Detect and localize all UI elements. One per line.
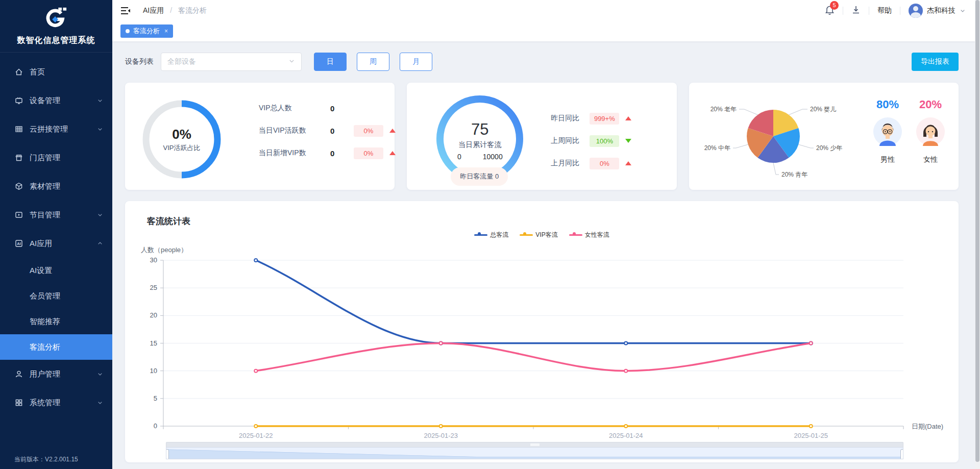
svg-text:20% 婴儿: 20% 婴儿 <box>810 106 836 113</box>
sidebar-item-users[interactable]: 用户管理 <box>0 360 112 388</box>
chevron-down-icon <box>97 211 103 219</box>
female-percent: 20% <box>919 98 942 111</box>
sidebar-item-materials[interactable]: 素材管理 <box>0 172 112 201</box>
trend-up-icon <box>625 116 631 120</box>
stat-cards: 0% VIP活跃占比 VIP总人数 0 当日VIP活跃数 0 0% <box>125 83 959 190</box>
chevron-down-icon <box>288 57 295 66</box>
sidebar-item-programs[interactable]: 节目管理 <box>0 201 112 229</box>
collapse-sidebar-icon[interactable] <box>120 6 131 15</box>
company-name: 杰和科技 <box>927 6 955 15</box>
age-pie-chart: 20% 婴儿 20% 老年 20% 中年 20% 少年 20% 青年 <box>689 83 863 190</box>
vertical-scrollbar[interactable] <box>975 0 980 469</box>
datazoom-right-handle[interactable] <box>900 449 903 459</box>
device-list-label: 设备列表 <box>125 57 154 66</box>
svg-text:20% 少年: 20% 少年 <box>816 144 842 152</box>
svg-text:30: 30 <box>150 256 157 264</box>
help-link[interactable]: 帮助 <box>877 6 892 15</box>
period-week-button[interactable]: 周 <box>357 53 389 71</box>
male-label: 男性 <box>880 155 895 164</box>
app-title: 数智化信息管理系统 <box>17 35 95 46</box>
svg-text:2025-01-25: 2025-01-25 <box>794 432 828 439</box>
sidebar-menu: 首页 设备管理 云拼接管理 门店管理 素材管理 节目管理 AI AI应用 <box>0 53 112 417</box>
datazoom-left-handle[interactable] <box>166 449 169 459</box>
datazoom-slider[interactable] <box>166 442 903 459</box>
grid-squares-icon <box>14 398 23 407</box>
topbar: AI应用 / 客流分析 5 帮助 杰和科技 <box>112 0 980 21</box>
svg-text:10: 10 <box>150 367 157 375</box>
chevron-down-icon <box>97 125 103 134</box>
legend-marker-icon <box>569 232 582 239</box>
svg-text:20% 老年: 20% 老年 <box>710 106 736 113</box>
sidebar-subitem-recommend[interactable]: 智能推荐 <box>0 309 112 334</box>
svg-text:20% 中年: 20% 中年 <box>704 144 730 152</box>
yesterday-flow-pill: 昨日客流量 0 <box>451 167 508 186</box>
filter-row: 设备列表 全部设备 日 周 月 导出报表 <box>125 53 959 71</box>
daily-flow-card: 75 当日累计客流 0 10000 昨日客流量 0 昨日同比 999+% <box>407 83 676 190</box>
chevron-up-icon <box>97 239 103 248</box>
sidebar-subitem-passenger-analysis[interactable]: 客流分析 <box>0 334 112 360</box>
breadcrumb: AI应用 / 客流分析 <box>143 6 207 15</box>
notification-bell-icon[interactable]: 5 <box>825 5 835 17</box>
sidebar-item-ai-apps[interactable]: AI AI应用 <box>0 229 112 258</box>
change-badge: 999+% <box>590 113 619 125</box>
vip-donut-chart <box>138 96 225 183</box>
change-badge: 0% <box>354 147 383 159</box>
device-select[interactable]: 全部设备 <box>161 53 302 71</box>
legend-item[interactable]: 总客流 <box>474 231 508 239</box>
datazoom-preview[interactable] <box>166 447 903 459</box>
cube-icon <box>14 182 23 191</box>
export-report-button[interactable]: 导出报表 <box>912 53 959 71</box>
device-icon <box>14 96 23 105</box>
home-icon <box>14 67 23 77</box>
male-avatar <box>873 117 902 148</box>
sidebar-subitem-members[interactable]: 会员管理 <box>0 283 112 309</box>
svg-text:5: 5 <box>154 394 157 402</box>
tab-passenger-analysis[interactable]: 客流分析 × <box>120 24 173 38</box>
period-day-button[interactable]: 日 <box>314 53 347 71</box>
sidebar-item-system[interactable]: 系统管理 <box>0 388 112 417</box>
age-gender-card: 20% 婴儿 20% 老年 20% 中年 20% 少年 20% 青年 80% <box>689 83 959 190</box>
trend-up-icon <box>625 161 631 165</box>
chevron-down-icon <box>97 399 103 407</box>
breadcrumb-current: 客流分析 <box>178 6 207 14</box>
change-badge: 100% <box>590 135 619 147</box>
svg-text:15: 15 <box>150 339 157 347</box>
download-icon[interactable] <box>851 5 861 16</box>
datazoom-grip[interactable] <box>530 443 540 446</box>
breadcrumb-parent[interactable]: AI应用 <box>143 6 164 14</box>
vip-card: 0% VIP活跃占比 VIP总人数 0 当日VIP活跃数 0 0% <box>125 83 395 190</box>
notification-count-badge: 5 <box>830 1 839 10</box>
avatar <box>909 4 923 18</box>
user-menu[interactable]: 杰和科技 <box>909 4 966 18</box>
sidebar-item-splicing[interactable]: 云拼接管理 <box>0 115 112 143</box>
stat-row: 当日VIP活跃数 0 0% <box>259 125 396 137</box>
close-tab-icon[interactable]: × <box>164 28 168 35</box>
svg-text:2025-01-22: 2025-01-22 <box>239 432 273 439</box>
stat-row: 昨日同比 999+% <box>551 112 631 125</box>
sidebar-item-devices[interactable]: 设备管理 <box>0 86 112 115</box>
stat-row: 上周同比 100% <box>551 135 631 147</box>
trend-up-icon <box>389 129 396 133</box>
version-label: 当前版本：V2.2.001.15 <box>14 455 78 464</box>
svg-text:0: 0 <box>154 422 157 430</box>
scrollbar-thumb[interactable] <box>975 0 979 462</box>
datazoom-track[interactable] <box>166 442 903 447</box>
legend-item[interactable]: 女性客流 <box>569 231 609 239</box>
sidebar-subitem-ai-settings[interactable]: AI设置 <box>0 258 112 283</box>
svg-text:2025-01-24: 2025-01-24 <box>609 432 643 439</box>
female-stat: 20% 女性 <box>914 98 947 164</box>
store-icon <box>14 153 23 162</box>
legend-item[interactable]: VIP客流 <box>520 231 557 239</box>
trend-up-icon <box>389 151 396 155</box>
sidebar-item-stores[interactable]: 门店管理 <box>0 143 112 172</box>
female-avatar <box>916 117 945 148</box>
chevron-down-icon <box>97 370 103 379</box>
male-percent: 80% <box>876 98 899 111</box>
chart-title: 客流统计表 <box>147 215 190 227</box>
svg-text:20% 青年: 20% 青年 <box>781 171 807 178</box>
period-month-button[interactable]: 月 <box>400 53 432 71</box>
user-icon <box>14 369 23 379</box>
change-badge: 0% <box>590 158 619 169</box>
legend-marker-icon <box>520 232 533 239</box>
sidebar-item-home[interactable]: 首页 <box>0 58 112 86</box>
